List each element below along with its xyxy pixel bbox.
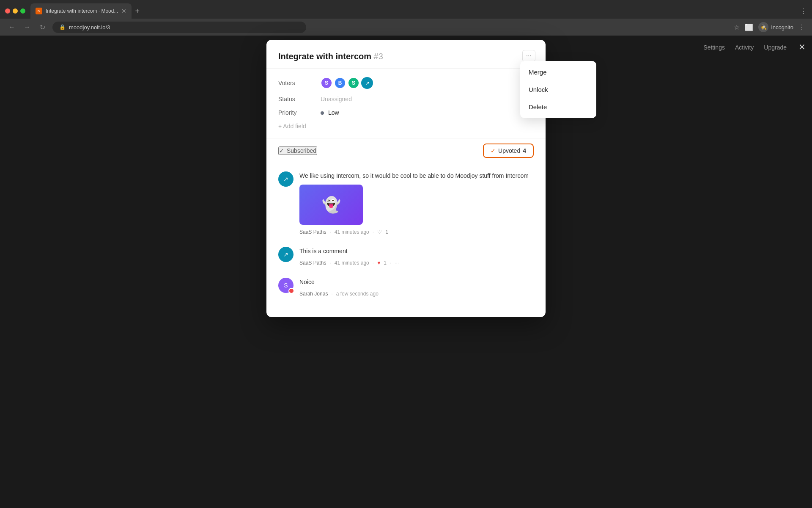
tab-close-button[interactable]: ✕ [121,8,126,14]
tab-bar: N Integrate with intercom · Mood... ✕ + … [0,0,812,19]
add-field-link[interactable]: + Add field [278,123,534,130]
comment-text-3: Noice [299,278,534,287]
voters-label: Voters [278,80,321,86]
new-tab-button[interactable]: + [135,7,140,16]
comment-content-1: We like using Intercom, so it would be c… [299,171,534,235]
comment-author-3: Sarah Jonas [299,291,328,297]
dropdown-menu: Merge Unlock Delete [520,61,596,118]
comment-avatar-2: ↗ [278,247,294,262]
upvoted-label: Upvoted [498,147,520,154]
check-icon: ✓ [279,147,284,154]
subscribed-button[interactable]: ✓ Subscribed [278,146,317,155]
voter-avatar-2[interactable]: B [334,77,346,89]
modal-overlay: Integrate with intercom #3 ··· Merge Unl… [0,36,812,508]
active-tab[interactable]: N Integrate with intercom · Mood... ✕ [30,3,132,19]
priority-dot [321,111,324,115]
modal-footer: ✓ Subscribed ✓ Upvoted 4 [266,138,546,163]
comment-meta-2: SaaS Paths · 41 minutes ago · ♥ 1 · ··· [299,260,534,266]
minimize-dot[interactable] [13,8,18,14]
comment-meta-3: Sarah Jonas · a few seconds ago [299,291,534,297]
priority-value[interactable]: Low [321,109,339,116]
comment-likes-2: 1 [384,260,387,266]
modal-menu-button[interactable]: ··· [522,50,535,62]
heart-icon-filled-2: ♥ [377,260,380,266]
incognito-label: Incognito [771,24,793,30]
status-row: Status Unassigned [278,96,534,102]
merge-menu-item[interactable]: Merge [520,64,596,81]
status-value[interactable]: Unassigned [321,96,352,102]
comment-avatar-3: S [278,278,294,293]
heart-icon-1: ♡ [377,229,382,235]
incognito-badge[interactable]: 🕵 Incognito [758,22,793,32]
modal-header: Integrate with intercom #3 ··· Merge Unl… [266,40,546,69]
subscribed-label: Subscribed [287,147,316,154]
bookmark-icon[interactable]: ☆ [734,23,740,31]
priority-row: Priority Low [278,109,534,116]
delete-menu-item[interactable]: Delete [520,98,596,116]
voter-avatar-3[interactable]: S [348,77,359,89]
upvote-count: 4 [523,147,526,154]
window-controls [5,8,25,14]
incognito-avatar: 🕵 [758,22,768,32]
issue-number: #3 [374,52,383,61]
avatar-badge-3 [288,288,294,294]
status-label: Status [278,96,321,102]
address-bar: ← → ↻ 🔒 moodjoy.nolt.io/3 ☆ ⬜ 🕵 Incognit… [0,19,812,36]
comment-meta-1: SaaS Paths · 41 minutes ago · ♡ 1 [299,229,534,235]
comment-content-3: Noice Sarah Jonas · a few seconds ago [299,278,534,297]
upvoted-check-icon: ✓ [491,147,496,154]
reload-button[interactable]: ↻ [37,23,47,31]
browser-chrome: N Integrate with intercom · Mood... ✕ + … [0,0,812,36]
comment-time-1: 41 minutes ago [335,229,369,235]
comment-item-2: ↗ This is a comment SaaS Paths · 41 minu… [278,247,534,266]
comment-more-2[interactable]: ··· [395,260,399,266]
close-dot[interactable] [5,8,10,14]
voters-row: Voters S B S ↗ [278,77,534,89]
comment-time-3: a few seconds ago [336,291,379,297]
voter-avatar-1[interactable]: S [321,77,332,89]
voter-avatar-4[interactable]: ↗ [361,77,373,89]
comment-item-3: S Noice Sarah Jonas · a few seconds ago [278,278,534,297]
comment-likes-1: 1 [385,229,388,235]
comment-author-1: SaaS Paths [299,229,326,235]
url-text: moodjoy.nolt.io/3 [69,24,110,30]
tab-favicon: N [36,8,42,14]
tab-overflow-button[interactable]: ⋮ [800,7,807,15]
ghost-icon: 👻 [322,196,341,214]
unlock-menu-item[interactable]: Unlock [520,81,596,98]
comment-time-2: 41 minutes ago [335,260,369,266]
modal-title: Integrate with intercom #3 [278,52,534,61]
comment-text-1: We like using Intercom, so it would be c… [299,171,534,180]
tab-title: Integrate with intercom · Mood... [46,8,118,14]
priority-label: Priority [278,109,321,116]
comment-content-2: This is a comment SaaS Paths · 41 minute… [299,247,534,266]
nav-actions: ☆ ⬜ 🕵 Incognito ⋮ [734,22,805,32]
extension-icon[interactable]: ⬜ [745,23,753,31]
comment-author-2: SaaS Paths [299,260,326,266]
comment-avatar-1: ↗ [278,171,294,187]
upvoted-button[interactable]: ✓ Upvoted 4 [483,144,534,158]
chrome-menu-button[interactable]: ⋮ [798,23,805,31]
comment-text-2: This is a comment [299,247,534,256]
lock-icon: 🔒 [59,24,66,30]
comment-image-1[interactable]: 👻 [299,185,363,225]
voters-group: S B S ↗ [321,77,373,89]
modal-title-text: Integrate with intercom [278,52,371,61]
back-button[interactable]: ← [7,23,17,31]
maximize-dot[interactable] [20,8,25,14]
page-background: Settings Activity Upgrade ✕ Integrate wi… [0,36,812,508]
comments-section: ↗ We like using Intercom, so it would be… [266,163,546,317]
url-field[interactable]: 🔒 moodjoy.nolt.io/3 [52,22,306,33]
modal-body: Voters S B S ↗ Status Unassigned Priorit… [266,69,546,138]
forward-button[interactable]: → [22,23,32,31]
priority-text: Low [328,109,339,116]
modal-dialog: Integrate with intercom #3 ··· Merge Unl… [266,40,546,317]
comment-item-1: ↗ We like using Intercom, so it would be… [278,171,534,235]
